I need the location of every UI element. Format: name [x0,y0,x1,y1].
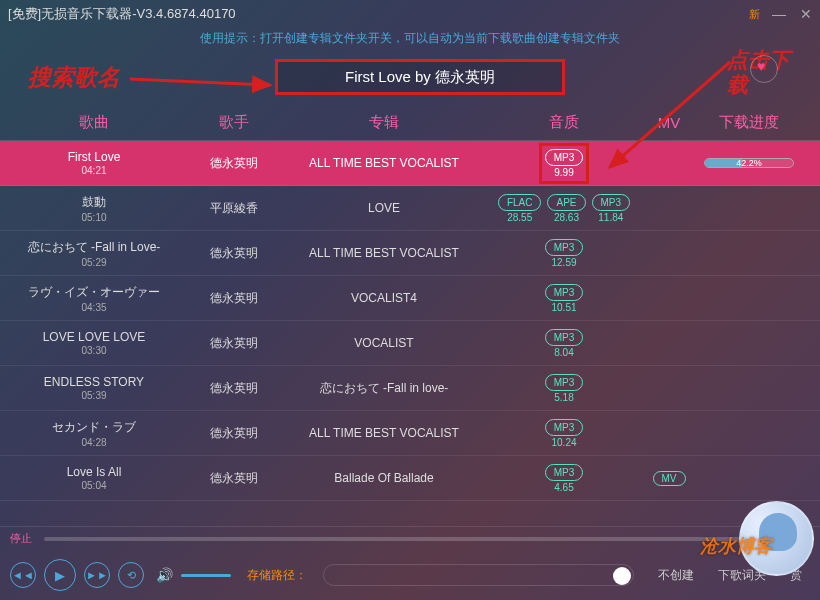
song-duration: 05:10 [81,212,106,223]
song-duration: 04:28 [81,437,106,448]
song-artist: 德永英明 [184,380,284,397]
song-artist: 平原綾香 [184,200,284,217]
table-row[interactable]: セカンド・ラブ04:28 德永英明 ALL TIME BEST VOCALIST… [0,411,820,456]
quality-badge[interactable]: MP312.59 [545,239,584,268]
no-create-button[interactable]: 不创建 [650,567,702,584]
favorite-button[interactable] [750,55,778,83]
download-progress: 42.2% [704,158,794,168]
song-album: VOCALIST [284,336,484,350]
song-album: LOVE [284,201,484,215]
table-row[interactable]: ラヴ・イズ・オーヴァー04:35 德永英明 VOCALIST4 MP310.51 [0,276,820,321]
volume-icon[interactable]: 🔊 [156,567,173,583]
song-artist: 德永英明 [184,290,284,307]
song-list: First Love04:21 德永英明 ALL TIME BEST VOCAL… [0,141,820,501]
path-label: 存储路径： [247,567,307,584]
quality-badge[interactable]: MP34.65 [545,464,584,493]
playback-slider[interactable] [44,537,740,541]
song-title: セカンド・ラブ [52,419,136,436]
new-badge: 新 [749,7,760,22]
watermark: 沧水博客 [700,534,772,558]
table-row[interactable]: LOVE LOVE LOVE03:30 德永英明 VOCALIST MP38.0… [0,321,820,366]
quality-badge[interactable]: MP39.99 [545,149,584,178]
song-album: 恋におちて -Fall in love- [284,380,484,397]
close-button[interactable]: ✕ [800,6,812,22]
song-title: 鼓動 [82,194,106,211]
prev-button[interactable]: ◄◄ [10,562,36,588]
annotation-search-label: 搜索歌名 [28,62,120,93]
song-artist: 德永英明 [184,425,284,442]
song-artist: 德永英明 [184,155,284,172]
header-song[interactable]: 歌曲 [4,113,184,132]
song-title: ラヴ・イズ・オーヴァー [28,284,160,301]
quality-badge[interactable]: MP38.04 [545,329,584,358]
play-button[interactable]: ▶ [44,559,76,591]
song-duration: 04:21 [81,165,106,176]
song-album: ALL TIME BEST VOCALIST [284,426,484,440]
volume-slider[interactable] [181,574,231,577]
footer: 停止 00:00/00:00 ◄◄ ▶ ►► ⟲ 🔊 存储路径： 不创建 下歌词… [0,526,820,600]
storage-path-input[interactable] [323,564,634,586]
app-window: [免费]无损音乐下载器-V3.4.6874.40170 新 — ✕ 使用提示：打… [0,0,820,600]
header-quality[interactable]: 音质 [484,113,644,132]
song-title: ENDLESS STORY [44,375,144,389]
window-title: [免费]无损音乐下载器-V3.4.6874.40170 [8,5,749,23]
header-progress[interactable]: 下载进度 [694,113,804,132]
song-title: 恋におちて -Fall in Love- [28,239,161,256]
table-header: 歌曲 歌手 专辑 音质 MV 下载进度 [0,105,820,141]
song-title: Love Is All [67,465,122,479]
table-row[interactable]: Love Is All05:04 德永英明 Ballade Of Ballade… [0,456,820,501]
next-button[interactable]: ►► [84,562,110,588]
quality-badge[interactable]: MP310.51 [545,284,584,313]
song-duration: 04:35 [81,302,106,313]
song-album: Ballade Of Ballade [284,471,484,485]
header-album[interactable]: 专辑 [284,113,484,132]
song-artist: 德永英明 [184,335,284,352]
quality-badge[interactable]: FLAC28.55 [498,194,542,223]
search-row: 搜索歌名 First Love by 德永英明 点击下载 [0,49,820,105]
table-row[interactable]: 恋におちて -Fall in Love-05:29 德永英明 ALL TIME … [0,231,820,276]
song-duration: 05:39 [81,390,106,401]
quality-badge[interactable]: APE28.63 [547,194,585,223]
header-artist[interactable]: 歌手 [184,113,284,132]
table-row[interactable]: 鼓動05:10 平原綾香 LOVE FLAC28.55APE28.63MP311… [0,186,820,231]
mv-badge[interactable]: MV [653,471,686,486]
shuffle-button[interactable]: ⟲ [118,562,144,588]
usage-hint: 使用提示：打开创建专辑文件夹开关，可以自动为当前下载歌曲创建专辑文件夹 [0,28,820,49]
song-title: First Love [68,150,121,164]
song-title: LOVE LOVE LOVE [43,330,146,344]
table-row[interactable]: ENDLESS STORY05:39 德永英明 恋におちて -Fall in l… [0,366,820,411]
quality-badge[interactable]: MP35.18 [545,374,584,403]
song-album: ALL TIME BEST VOCALIST [284,246,484,260]
quality-badge[interactable]: MP310.24 [545,419,584,448]
svg-line-0 [130,79,270,85]
song-album: VOCALIST4 [284,291,484,305]
search-input[interactable]: First Love by 德永英明 [275,59,565,95]
stop-label[interactable]: 停止 [10,531,32,546]
minimize-button[interactable]: — [772,6,786,22]
song-duration: 03:30 [81,345,106,356]
titlebar: [免费]无损音乐下载器-V3.4.6874.40170 新 — ✕ [0,0,820,28]
song-album: ALL TIME BEST VOCALIST [284,156,484,170]
table-row[interactable]: First Love04:21 德永英明 ALL TIME BEST VOCAL… [0,141,820,186]
song-duration: 05:29 [81,257,106,268]
song-artist: 德永英明 [184,245,284,262]
quality-badge[interactable]: MP311.84 [592,194,631,223]
song-artist: 德永英明 [184,470,284,487]
header-mv[interactable]: MV [644,114,694,131]
path-toggle[interactable] [613,567,631,585]
song-duration: 05:04 [81,480,106,491]
